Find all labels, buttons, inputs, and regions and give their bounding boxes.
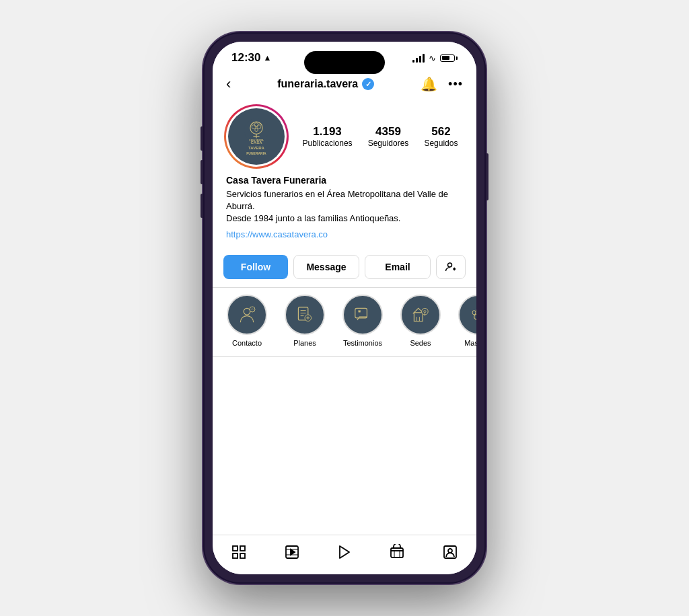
add-person-icon [445,261,457,273]
svg-rect-35 [233,553,238,558]
divider-2 [213,356,476,357]
bio-line2: Desde 1984 junto a las familias Antioque… [226,213,400,223]
highlight-testimonios[interactable]: " Testimonios [339,295,386,347]
highlight-contacto[interactable]: Contacto [223,295,270,347]
battery-icon [440,54,458,62]
stat-seguidores-value: 4359 [368,125,409,139]
signal-bars-icon [412,54,425,63]
svg-point-9 [448,263,452,267]
shop-icon [389,544,405,560]
avatar-ring-inner: CASA TAVERA CASA TAVERA FUNERARIA [226,106,287,167]
highlight-label-mascota: Mascota [464,339,476,347]
stat-seguidores-label: Seguidores [368,139,409,148]
stat-publicaciones-label: Publicaciones [303,139,353,148]
profile-top: CASA TAVERA CASA TAVERA FUNERARIA [226,106,463,167]
bell-icon[interactable]: 🔔 [421,76,437,92]
highlight-planes[interactable]: Planes [281,295,328,347]
add-person-button[interactable] [436,255,466,279]
highlight-label-planes: Planes [293,339,316,347]
signal-bar-1 [412,60,414,63]
verified-badge: ✓ [362,78,374,90]
planes-icon [294,304,316,325]
phone-screen: 12:30 ▲ ∿ [213,42,476,574]
bottom-tabs [213,535,476,574]
tab-play[interactable] [336,543,353,561]
stat-publicaciones[interactable]: 1.193 Publicaciones [303,125,353,148]
play-icon [336,544,353,560]
stat-seguidores[interactable]: 4359 Seguidores [368,125,409,148]
testimonios-icon: " [352,304,373,325]
grid-icon [231,544,247,560]
svg-rect-33 [233,546,238,551]
sedes-icon [410,304,431,325]
tab-profile[interactable] [441,543,459,561]
svg-text:": " [359,310,361,316]
signal-bar-2 [416,58,418,63]
bio-text: Servicios funerarios en el Área Metropol… [226,188,463,225]
avatar-circle: CASA TAVERA CASA TAVERA FUNERARIA [228,108,285,165]
mascota-icon [468,304,476,325]
nav-header: ‹ funeraria.tavera ✓ 🔔 ••• [213,70,476,101]
action-buttons: Follow Message Email [213,248,476,287]
bio-line1: Servicios funerarios en el Área Metropol… [226,189,448,211]
highlights-row: Contacto Planes [213,288,476,356]
svg-rect-42 [391,548,403,557]
svg-rect-34 [240,546,245,551]
bio-name: Casa Tavera Funeraria [226,175,463,186]
nav-actions: 🔔 ••• [421,76,463,92]
profile-section: CASA TAVERA CASA TAVERA FUNERARIA [213,101,476,248]
svg-rect-23 [414,312,423,321]
highlight-label-testimonios: Testimonios [343,339,382,347]
avatar-text-tavera: TAVERA [246,146,266,151]
avatar-ring: CASA TAVERA CASA TAVERA FUNERARIA [224,104,289,169]
highlight-circle-mascota [458,295,476,335]
more-icon[interactable]: ••• [448,77,463,91]
location-icon: ▲ [263,53,271,63]
highlight-sedes[interactable]: Sedes [397,295,444,347]
avatar-wrapper[interactable]: CASA TAVERA CASA TAVERA FUNERARIA [226,106,287,167]
tab-shop[interactable] [388,543,406,561]
back-button[interactable]: ‹ [226,75,231,93]
message-button[interactable]: Message [293,255,359,279]
phone-wrapper: 12:30 ▲ ∿ [203,32,486,584]
stat-seguidos[interactable]: 562 Seguidos [424,125,458,148]
avatar-text-casa: CASA [246,141,266,146]
reels-icon [284,544,300,560]
username-text: funeraria.tavera [277,78,358,90]
time-display: 12:30 [231,51,260,65]
status-icons: ∿ [412,53,458,63]
signal-bar-3 [419,56,421,63]
tab-grid[interactable] [230,543,248,561]
profile-icon [442,544,458,560]
status-time: 12:30 ▲ [231,51,271,65]
signal-bar-4 [423,54,425,63]
svg-marker-41 [340,546,349,558]
svg-point-12 [244,308,250,315]
svg-point-13 [250,307,255,312]
email-button[interactable]: Email [365,255,431,279]
stat-publicaciones-value: 1.193 [303,125,353,139]
avatar-text-funeraria: FUNERARIA [246,151,266,156]
stats-container: 1.193 Publicaciones 4359 Seguidores 562 … [297,125,463,148]
highlight-circle-contacto [227,295,267,335]
wifi-icon: ∿ [429,53,436,63]
svg-point-46 [448,549,452,553]
svg-rect-36 [240,553,245,558]
phone-frame: 12:30 ▲ ∿ [203,32,486,584]
highlight-circle-testimonios: " [342,295,383,335]
svg-marker-38 [291,549,295,555]
highlight-label-sedes: Sedes [410,339,431,347]
follow-button[interactable]: Follow [223,255,288,279]
bio-link[interactable]: https://www.casatavera.co [226,229,328,239]
dynamic-island [304,51,385,74]
stat-seguidos-value: 562 [424,125,458,139]
tab-reels[interactable] [283,543,301,561]
highlight-mascota[interactable]: Mascota [455,295,476,347]
highlight-label-contacto: Contacto [232,339,262,347]
svg-point-29 [472,310,476,314]
stat-seguidos-label: Seguidos [424,139,458,148]
highlight-circle-sedes [400,295,441,335]
contacto-icon [236,304,258,325]
nav-title: funeraria.tavera ✓ [277,78,374,90]
highlight-circle-planes [285,295,325,335]
